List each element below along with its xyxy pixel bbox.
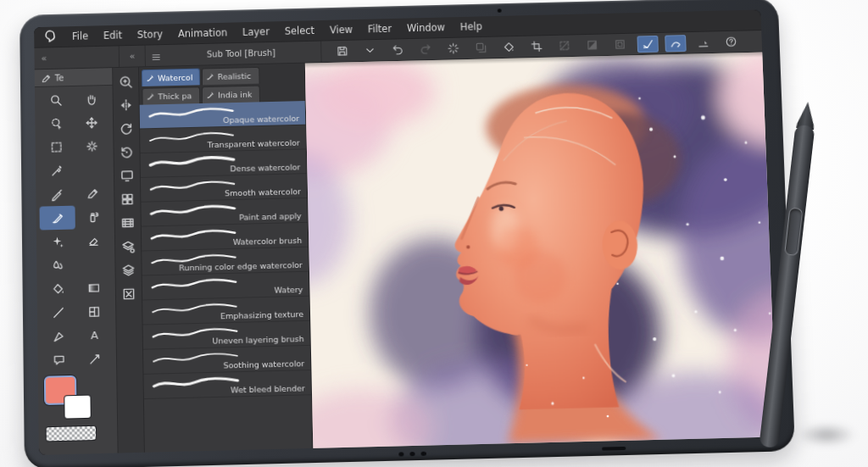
brush-name: Transparent watercolor [208, 138, 300, 150]
brush-stroke-preview [146, 203, 239, 220]
workspace: Te [35, 53, 777, 455]
deselect-icon[interactable] [554, 37, 575, 54]
brush-wet-bleed-blender[interactable]: Wet bleed blender [143, 370, 311, 399]
brush-name: Uneven layering brush [212, 334, 303, 346]
menu-item-select[interactable]: Select [277, 25, 322, 37]
subtool-tabs: Watercol Realistic Thick pa [139, 64, 305, 105]
chevron-down-icon[interactable] [359, 42, 381, 58]
brush-tab-icon [206, 72, 215, 81]
display-icon[interactable] [120, 168, 135, 183]
brush-name: Smooth watercolor [225, 186, 301, 197]
spinner-icon[interactable] [442, 40, 464, 57]
blend-icon[interactable] [40, 253, 75, 277]
pogo-pins [398, 452, 426, 457]
flip-horizontal-icon[interactable] [119, 97, 134, 113]
subtool-tab-label: Thick pa [158, 91, 192, 101]
menu-item-window[interactable]: Window [399, 21, 453, 34]
subtool-panel: Watercol Realistic Thick pa [139, 64, 313, 453]
fill-bucket-icon[interactable] [40, 276, 75, 301]
brush-stroke-preview [147, 276, 241, 293]
pencil-icon[interactable] [75, 181, 110, 206]
move-icon[interactable] [74, 111, 109, 136]
object-icon[interactable] [38, 112, 74, 136]
snap-curve-icon[interactable] [665, 35, 686, 52]
layer-property-icon[interactable] [120, 239, 136, 254]
marquee-icon[interactable] [39, 135, 75, 159]
app-window: File Edit Story Animation Layer Select V… [34, 9, 776, 454]
product-photo-stage: File Edit Story Animation Layer Select V… [0, 0, 868, 467]
brush-tab-icon [146, 92, 155, 101]
subtool-tab-watercol[interactable]: Watercol [142, 69, 200, 86]
polyline-icon[interactable] [41, 324, 76, 348]
pixel-grid-icon[interactable] [120, 192, 135, 207]
menu-item-filter[interactable]: Filter [360, 23, 399, 36]
eyedropper-icon[interactable] [39, 158, 75, 183]
eraser-icon[interactable] [75, 228, 111, 253]
delete-layer-icon[interactable] [121, 286, 136, 302]
help-icon[interactable] [721, 33, 743, 50]
brush-icon[interactable] [40, 206, 75, 231]
brush-name: Soothing watercolor [223, 359, 304, 370]
tool-palette-collapse[interactable]: « [34, 46, 120, 69]
wand-icon[interactable] [74, 134, 109, 158]
panel-menu-icon[interactable] [151, 50, 162, 61]
airbrush-icon[interactable] [75, 205, 110, 230]
menu-item-animation[interactable]: Animation [170, 26, 235, 40]
copy-icon[interactable] [470, 39, 492, 56]
tool-palette-tab-label: Te [55, 73, 64, 82]
brush-name: Wet bleed blender [231, 383, 305, 394]
usb-port [602, 447, 626, 451]
flow-icon[interactable] [77, 347, 114, 372]
frame-icon[interactable] [76, 299, 112, 324]
subtool-tab-realistic[interactable]: Realistic [202, 67, 260, 85]
layers-icon[interactable] [120, 263, 136, 278]
text-icon[interactable]: A [76, 323, 113, 347]
menu-item-view[interactable]: View [322, 24, 360, 36]
timeline-icon[interactable] [120, 215, 136, 231]
subtool-tab-label: Realistic [218, 71, 252, 81]
clear-icon[interactable] [498, 38, 520, 55]
color-swatches [38, 375, 118, 453]
snap-line-icon[interactable] [693, 34, 715, 51]
selection-border-icon[interactable] [609, 36, 631, 53]
navigator-icon[interactable] [118, 74, 133, 89]
canvas-drawing-surface[interactable] [305, 53, 776, 448]
hand-icon[interactable] [74, 87, 109, 112]
balloon-icon[interactable] [41, 348, 77, 373]
subtool-tab-india-ink[interactable]: India ink [202, 86, 260, 103]
pen-icon[interactable] [39, 182, 75, 207]
decoration-icon[interactable] [40, 229, 75, 253]
brush-name: Watery [274, 285, 303, 295]
menu-item-help[interactable]: Help [453, 20, 490, 33]
invert-selection-icon[interactable] [581, 36, 603, 53]
menu-item-layer[interactable]: Layer [235, 25, 277, 38]
subtool-tab-label: Watercol [158, 73, 193, 83]
subtool-panel-header: Sub Tool [Brush] [146, 42, 322, 67]
redo-icon[interactable] [415, 41, 436, 58]
subtool-tab-thick-pa[interactable]: Thick pa [142, 86, 200, 104]
brush-stroke-preview [149, 375, 243, 392]
gradient-icon[interactable] [76, 275, 112, 300]
menu-item-file[interactable]: File [64, 30, 96, 42]
pencil-icon [41, 72, 52, 83]
artwork-watercolor-portrait [305, 53, 776, 448]
undo-icon[interactable] [387, 42, 409, 58]
quick-bar-collapse[interactable]: « [120, 46, 146, 67]
transparent-color-swatch[interactable] [47, 426, 97, 442]
brush-stroke-preview [146, 153, 239, 170]
rotate-reset-icon[interactable] [119, 144, 134, 159]
sub-color-swatch[interactable] [64, 396, 91, 419]
brush-tab-icon [206, 91, 215, 100]
figure-icon[interactable] [41, 300, 76, 325]
rotate-icon[interactable] [119, 121, 134, 136]
tool-palette-tab[interactable]: Te [35, 68, 113, 87]
zoom-icon[interactable] [38, 88, 74, 113]
front-camera [498, 8, 502, 13]
menu-item-edit[interactable]: Edit [96, 29, 130, 42]
menu-item-story[interactable]: Story [130, 28, 170, 41]
brush-tab-icon [146, 74, 155, 83]
crop-icon[interactable] [526, 38, 547, 55]
save-icon[interactable] [331, 42, 353, 59]
brush-name: Watercolor brush [233, 236, 302, 247]
snap-ruler-icon[interactable] [637, 35, 658, 52]
